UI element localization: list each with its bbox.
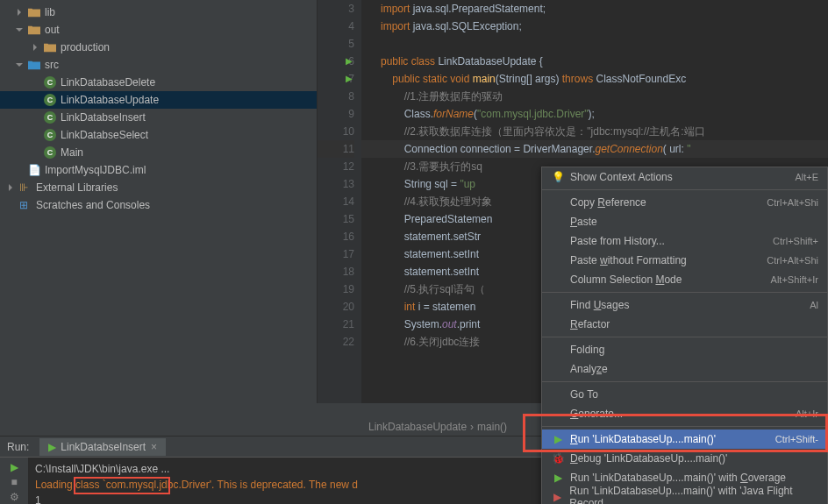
code-line[interactable]: //1.注册数据库的驱动: [361, 88, 828, 105]
tree-item-src[interactable]: src: [0, 56, 317, 74]
menu-item-copy-reference[interactable]: Copy ReferenceCtrl+Alt+Shi: [542, 193, 827, 212]
folder-icon: [28, 7, 40, 18]
settings-icon[interactable]: ⚙: [10, 490, 19, 504]
tree-label: out: [45, 24, 60, 36]
menu-item-column-selection-mode[interactable]: Column Selection ModeAlt+Shift+Ir: [542, 270, 827, 289]
code-line[interactable]: Connection connection = DriverManager.ge…: [361, 140, 828, 158]
tree-item-linkdatabseselect[interactable]: CLinkDatabseSelect: [0, 126, 317, 144]
menu-label: Generate...: [570, 408, 623, 420]
chevron-right-icon[interactable]: [32, 43, 40, 52]
class-icon: C: [44, 146, 56, 159]
code-line[interactable]: public static void main(String[] args) t…: [361, 70, 828, 88]
menu-item-debug--linkdatabaseup----main-[interactable]: 🐞Debug 'LinkDatabaseUp....main()': [542, 449, 827, 468]
menu-label: Find Usages: [570, 299, 629, 311]
folder-icon: [28, 25, 40, 35]
tree-label: Scratches and Consoles: [36, 199, 150, 211]
menu-label: Refactor: [570, 318, 610, 330]
menu-item-generate---[interactable]: Generate...Alt+Ir: [542, 404, 827, 423]
class-icon: C: [44, 129, 56, 141]
menu-item-run--linkdatabaseup----main---[interactable]: ▶Run 'LinkDatabaseUp....main()' with 'Ja…: [542, 487, 827, 504]
run-tab[interactable]: ▶ LinkDatabseInsert ×: [39, 438, 166, 456]
tree-item-production[interactable]: production: [0, 39, 317, 56]
chevron-down-icon[interactable]: [16, 25, 25, 34]
tree-item-scratches-and-consoles[interactable]: ⊞Scratches and Consoles: [0, 196, 317, 214]
stop-icon[interactable]: ■: [11, 474, 17, 489]
menu-label: Go To: [570, 388, 598, 401]
run-icon: ▶: [48, 441, 56, 453]
breadcrumb-file[interactable]: LinkDatabaseUpdate: [368, 421, 467, 433]
gutter: 345▶6▶78910111213141516171819202122: [318, 0, 361, 403]
menu-label: Paste without Formatting: [570, 254, 687, 266]
tree-label: LinkDatabaseDelete: [61, 76, 155, 89]
menu-shortcut: Alt+E: [795, 172, 818, 182]
tree-item-importmysqljdbc-iml[interactable]: 📄ImportMysqlJDBC.iml: [0, 161, 317, 179]
context-menu[interactable]: 💡Show Context ActionsAlt+ECopy Reference…: [541, 167, 828, 504]
tree-item-lib[interactable]: lib: [0, 4, 317, 21]
menu-label: Debug 'LinkDatabaseUp....main()': [570, 452, 727, 465]
run-tab-label: LinkDatabseInsert: [61, 441, 146, 453]
menu-shortcut: Alt+Ir: [796, 408, 818, 419]
menu-item-analyze[interactable]: Analyze: [542, 359, 827, 379]
close-icon[interactable]: ×: [151, 441, 157, 453]
code-line[interactable]: public class LinkDatabaseUpdate {: [361, 53, 828, 70]
class-icon: C: [44, 111, 56, 124]
run-icon: ▶: [551, 472, 565, 484]
tree-item-linkdatabseinsert[interactable]: CLinkDatabseInsert: [0, 109, 317, 126]
menu-item-show-context-actions[interactable]: 💡Show Context ActionsAlt+E: [542, 167, 827, 187]
menu-label: Paste: [570, 216, 597, 228]
tree-label: ImportMysqlJDBC.iml: [45, 164, 146, 176]
run-label: Run:: [7, 441, 29, 453]
menu-label: Run 'LinkDatabaseUp....main()': [570, 433, 716, 445]
menu-shortcut: Ctrl+Shift+: [773, 236, 818, 246]
breadcrumb[interactable]: LinkDatabaseUpdate › main(): [368, 418, 510, 436]
rerun-icon[interactable]: ▶: [11, 459, 18, 474]
tree-label: lib: [45, 6, 55, 18]
menu-shortcut: Ctrl+Alt+Shi: [767, 255, 818, 266]
tree-label: LinkDatabaseUpdate: [61, 94, 159, 106]
tree-label: src: [45, 59, 59, 71]
project-tree: liboutproductionsrcCLinkDatabaseDeleteCL…: [0, 0, 318, 403]
tree-label: External Libraries: [36, 181, 118, 194]
menu-shortcut: Alt+Shift+Ir: [771, 274, 818, 285]
menu-label: Analyze: [570, 363, 608, 375]
file-icon: 📄: [28, 164, 40, 176]
chevron-right-icon[interactable]: [16, 8, 25, 17]
code-line[interactable]: Class.forName("com.mysql.jdbc.Driver");: [361, 105, 828, 123]
run-gutter-icon[interactable]: ▶: [346, 53, 353, 70]
menu-item-go-to[interactable]: Go To: [542, 385, 827, 404]
menu-item-run--linkdatabaseup----main---[interactable]: ▶Run 'LinkDatabaseUp....main()'Ctrl+Shif…: [542, 429, 827, 449]
chevron-down-icon[interactable]: [16, 60, 25, 69]
run-icon: ▶: [551, 491, 564, 503]
tree-item-out[interactable]: out: [0, 21, 317, 39]
menu-item-paste[interactable]: Paste: [542, 212, 827, 231]
run-icon: ▶: [551, 433, 565, 445]
menu-item-folding[interactable]: Folding: [542, 340, 827, 359]
breadcrumb-method[interactable]: main(): [477, 421, 507, 433]
class-icon: C: [44, 94, 56, 106]
code-line[interactable]: import java.sql.SQLException;: [361, 18, 828, 35]
menu-item-refactor[interactable]: Refactor: [542, 315, 827, 334]
scratch-icon: ⊞: [19, 199, 32, 211]
code-line[interactable]: import java.sql.PreparedStatement;: [361, 0, 828, 18]
menu-shortcut: Ctrl+Alt+Shi: [767, 197, 818, 208]
run-toolbar: ▶ ■ ⚙: [0, 458, 28, 504]
tree-label: LinkDatabseInsert: [61, 111, 146, 124]
menu-label: Show Context Actions: [570, 171, 673, 183]
menu-label: Folding: [570, 344, 604, 356]
menu-item-find-usages[interactable]: Find UsagesAl: [542, 295, 827, 315]
code-line[interactable]: [361, 35, 828, 53]
tree-item-external-libraries[interactable]: ⊪External Libraries: [0, 179, 317, 196]
library-icon: ⊪: [19, 181, 32, 194]
tree-item-main[interactable]: CMain: [0, 144, 317, 161]
tree-label: production: [61, 41, 110, 53]
tree-label: LinkDatabseSelect: [61, 129, 148, 141]
tree-item-linkdatabaseupdate[interactable]: CLinkDatabaseUpdate: [0, 91, 317, 109]
run-gutter-icon[interactable]: ▶: [346, 70, 353, 88]
chevron-right-icon[interactable]: [7, 183, 16, 192]
menu-shortcut: Al: [810, 300, 818, 310]
menu-label: Copy Reference: [570, 196, 646, 209]
menu-item-paste-without-formatting[interactable]: Paste without FormattingCtrl+Alt+Shi: [542, 251, 827, 270]
tree-item-linkdatabasedelete[interactable]: CLinkDatabaseDelete: [0, 74, 317, 91]
menu-item-paste-from-history---[interactable]: Paste from History...Ctrl+Shift+: [542, 231, 827, 251]
code-line[interactable]: //2.获取数据库连接（里面内容依次是："jdbc:mysql://主机名:端口: [361, 123, 828, 140]
